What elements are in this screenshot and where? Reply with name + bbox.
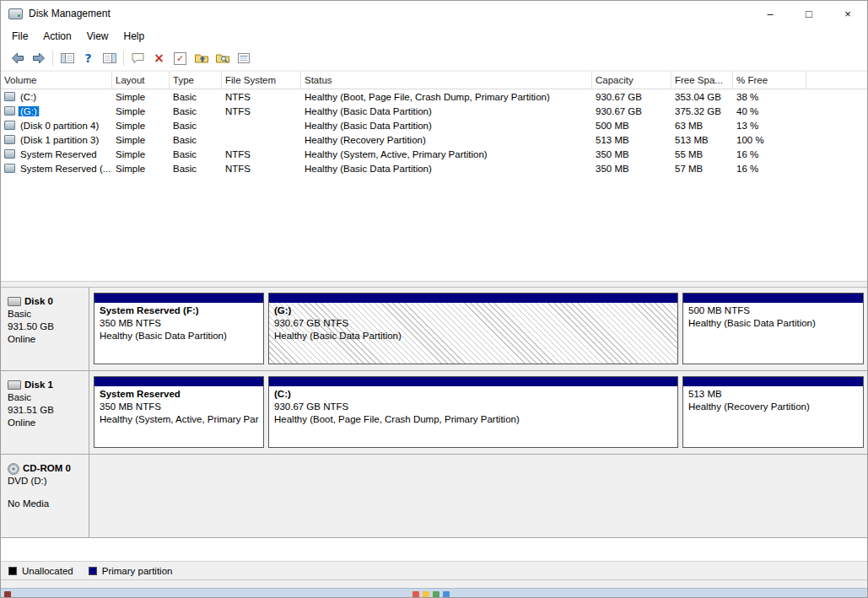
column-header-file-system[interactable]: File System bbox=[222, 72, 301, 89]
console-tree-toggle-icon[interactable] bbox=[57, 49, 78, 67]
column-header-type[interactable]: Type bbox=[170, 72, 222, 89]
partition-status: Healthy (Basic Data Partition) bbox=[688, 317, 858, 330]
volume-free-space: 55 MB bbox=[671, 149, 733, 159]
volume-row-system-reserved-2[interactable]: System Reserved (... Simple Basic NTFS H… bbox=[1, 161, 867, 175]
toolbar: ? × ✓ bbox=[1, 46, 867, 71]
volume-layout: Simple bbox=[112, 92, 170, 102]
menu-action[interactable]: Action bbox=[35, 28, 78, 45]
volume-name: System Reserved bbox=[19, 149, 99, 159]
volume-status: Healthy (System, Active, Primary Partiti… bbox=[301, 149, 592, 159]
volume-row-system-reserved[interactable]: System Reserved Simple Basic NTFS Health… bbox=[1, 147, 867, 161]
delete-icon[interactable]: × bbox=[148, 49, 170, 67]
legend-unallocated-label: Unallocated bbox=[22, 566, 73, 576]
minimize-button[interactable]: – bbox=[751, 1, 790, 26]
partition-c[interactable]: (C:) 930.67 GB NTFS Healthy (Boot, Page … bbox=[268, 376, 678, 448]
volume-layout: Simple bbox=[112, 149, 170, 159]
volume-name: (C:) bbox=[19, 92, 38, 102]
volume-row-disk1-partition3[interactable]: (Disk 1 partition 3) Simple Basic Health… bbox=[1, 132, 867, 147]
column-header-percent-free[interactable]: % Free bbox=[733, 72, 806, 89]
disk-name: Disk 0 bbox=[24, 295, 53, 308]
close-button[interactable]: × bbox=[828, 1, 867, 26]
volume-capacity: 513 MB bbox=[592, 135, 671, 145]
volume-name-selected: (G:) bbox=[19, 106, 39, 116]
partition-status: Healthy (Basic Data Partition) bbox=[274, 330, 672, 342]
partition-name: System Reserved bbox=[100, 388, 258, 401]
disk-icon bbox=[8, 380, 21, 390]
help-icon[interactable]: ? bbox=[78, 49, 99, 67]
volume-capacity: 350 MB bbox=[592, 164, 671, 174]
primary-partition-band bbox=[683, 294, 863, 303]
volume-icon bbox=[4, 106, 15, 116]
volume-row-disk0-partition4[interactable]: (Disk 0 partition 4) Simple Basic Health… bbox=[1, 118, 867, 132]
taskbar-icon[interactable] bbox=[412, 591, 419, 598]
partition-size: 930.67 GB NTFS bbox=[274, 401, 672, 413]
volume-icon bbox=[4, 92, 15, 101]
partition-recovery-513mb[interactable]: 513 MB Healthy (Recovery Partition) bbox=[682, 376, 864, 448]
volume-status: Healthy (Basic Data Partition) bbox=[301, 121, 592, 131]
column-header-free-space[interactable]: Free Spa... bbox=[671, 72, 733, 89]
menu-view[interactable]: View bbox=[79, 28, 116, 45]
volume-file-system: NTFS bbox=[222, 164, 301, 174]
cdrom-0-info[interactable]: CD-ROM 0 DVD (D:) No Media bbox=[1, 455, 89, 537]
partition-system-reserved-f[interactable]: System Reserved (F:) 350 MB NTFS Healthy… bbox=[94, 293, 264, 364]
primary-partition-band bbox=[94, 377, 263, 386]
volume-type: Basic bbox=[170, 135, 222, 145]
legend-bar: Unallocated Primary partition bbox=[1, 561, 867, 579]
taskbar-icon[interactable] bbox=[4, 591, 11, 598]
volume-row-c[interactable]: (C:) Simple Basic NTFS Healthy (Boot, Pa… bbox=[1, 89, 867, 104]
checkmark-document-icon[interactable]: ✓ bbox=[170, 49, 191, 67]
partition-status: Healthy (Boot, Page File, Crash Dump, Pr… bbox=[274, 413, 672, 426]
menu-help[interactable]: Help bbox=[116, 28, 153, 45]
volume-percent-free: 16 % bbox=[733, 164, 806, 174]
partition-size: 350 MB NTFS bbox=[100, 317, 258, 330]
cdrom-icon bbox=[8, 463, 19, 475]
folder-up-icon[interactable] bbox=[191, 49, 212, 67]
partition-name: System Reserved (F:) bbox=[100, 304, 258, 317]
disk-0-info[interactable]: Disk 0 Basic 931.50 GB Online bbox=[1, 288, 89, 370]
volume-capacity: 500 MB bbox=[592, 121, 671, 131]
taskbar-icon[interactable] bbox=[433, 591, 439, 598]
volume-status: Healthy (Basic Data Partition) bbox=[301, 164, 592, 174]
window-controls: – □ × bbox=[751, 1, 867, 26]
volume-name: (Disk 0 partition 4) bbox=[19, 121, 100, 131]
volume-type: Basic bbox=[170, 106, 222, 116]
action-pane-toggle-icon[interactable] bbox=[99, 49, 120, 67]
menu-file[interactable]: File bbox=[4, 28, 35, 45]
primary-partition-swatch bbox=[89, 567, 97, 575]
volume-list-pane: Volume Layout Type File System Status Ca… bbox=[1, 71, 867, 281]
back-icon[interactable] bbox=[7, 49, 28, 67]
disk-0-partitions: System Reserved (F:) 350 MB NTFS Healthy… bbox=[89, 288, 867, 370]
taskbar-icon[interactable] bbox=[443, 591, 450, 598]
disk-management-window: Disk Management – □ × File Action View H… bbox=[0, 0, 868, 598]
cdrom-media: DVD (D:) bbox=[8, 475, 89, 488]
partition-500mb[interactable]: 500 MB NTFS Healthy (Basic Data Partitio… bbox=[682, 293, 864, 364]
details-list-icon[interactable] bbox=[233, 49, 254, 67]
partition-name: (G:) bbox=[274, 304, 672, 317]
folder-search-icon[interactable] bbox=[212, 49, 233, 67]
taskbar-icon[interactable] bbox=[423, 591, 429, 598]
volume-row-g-selected[interactable]: (G:) Simple Basic NTFS Healthy (Basic Da… bbox=[1, 104, 867, 118]
tooltip-bubble-icon[interactable] bbox=[127, 49, 148, 67]
volume-name: System Reserved (... bbox=[19, 164, 112, 174]
column-header-volume[interactable]: Volume bbox=[1, 72, 112, 89]
forward-icon[interactable] bbox=[28, 49, 49, 67]
disk-name: Disk 1 bbox=[24, 379, 53, 391]
disk-1-row: Disk 1 Basic 931.51 GB Online System Res… bbox=[1, 371, 867, 455]
column-header-layout[interactable]: Layout bbox=[112, 72, 170, 89]
legend-unallocated: Unallocated bbox=[8, 566, 73, 576]
window-title: Disk Management bbox=[29, 8, 111, 19]
disk-size: 931.50 GB bbox=[8, 321, 89, 333]
maximize-button[interactable]: □ bbox=[790, 1, 828, 26]
pane-splitter[interactable] bbox=[1, 281, 867, 288]
column-header-capacity[interactable]: Capacity bbox=[592, 72, 671, 89]
primary-partition-band bbox=[683, 377, 863, 386]
disk-state: Online bbox=[8, 333, 89, 346]
column-header-status[interactable]: Status bbox=[301, 72, 592, 89]
partition-status: Healthy (System, Active, Primary Par bbox=[100, 413, 258, 426]
volume-layout: Simple bbox=[112, 106, 170, 116]
cdrom-status: No Media bbox=[8, 498, 89, 510]
disk-1-info[interactable]: Disk 1 Basic 931.51 GB Online bbox=[1, 371, 89, 454]
partition-system-reserved[interactable]: System Reserved 350 MB NTFS Healthy (Sys… bbox=[94, 376, 264, 448]
partition-g-selected[interactable]: (G:) 930.67 GB NTFS Healthy (Basic Data … bbox=[268, 293, 678, 364]
volume-type: Basic bbox=[170, 121, 222, 131]
